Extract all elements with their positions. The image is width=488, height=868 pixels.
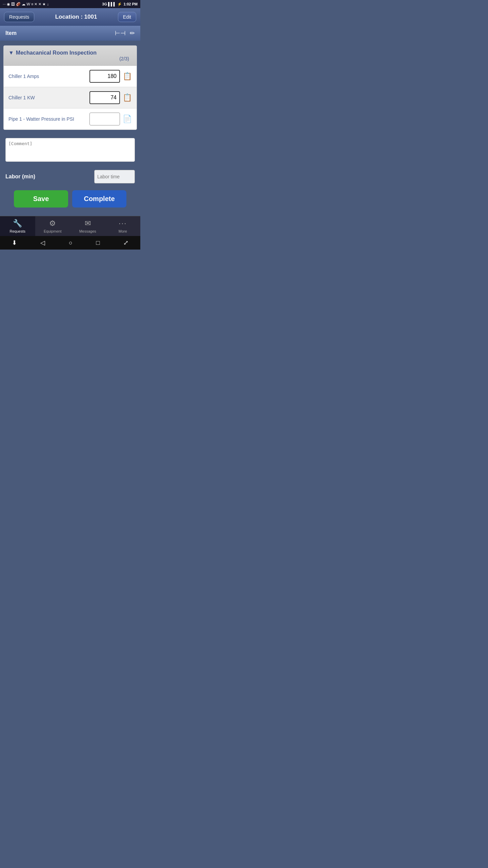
action-buttons: Save Complete <box>0 187 140 211</box>
labor-label: Labor (min) <box>5 174 90 180</box>
status-left: ··· ◉ 🖼 🏈 ☁ W ≡ ✕ ✕ ★ ↓ <box>3 2 49 6</box>
section-icons: ⊢⊣ ✏ <box>115 29 135 37</box>
chiller-kw-input[interactable] <box>89 91 120 104</box>
inspection-row: Pipe 1 - Watter Pressure in PSI 📄 <box>4 108 137 130</box>
edit-button[interactable]: Edit <box>118 12 136 22</box>
row-input-wrap: 📄 <box>89 113 132 125</box>
system-nav-bar: ⬇ ◁ ○ □ ⤢ <box>0 236 140 250</box>
inspection-title: ▼ Mechacanical Room Inspection <box>8 50 132 56</box>
row-label-chiller-kw: Chiller 1 KW <box>8 95 89 100</box>
bottom-tab-bar: 🔧 Requests ⚙ Equipment ✉ Messages ··· Mo… <box>0 216 140 236</box>
comment-section <box>0 135 140 166</box>
tab-requests[interactable]: 🔧 Requests <box>0 216 35 236</box>
inspection-row: Chiller 1 Amps 📋 <box>4 66 137 87</box>
back-nav-icon[interactable]: ◁ <box>40 239 45 246</box>
mail-icon: ✉ <box>85 219 91 228</box>
spacer <box>0 211 140 216</box>
nav-title: Location : 1001 <box>55 14 97 20</box>
signal-icon: 3G ▌▌▌ <box>102 2 116 6</box>
inspection-row: Chiller 1 KW 📋 <box>4 87 137 108</box>
tools-icon: 🔧 <box>13 219 22 228</box>
labor-time-input[interactable] <box>94 170 135 183</box>
row-input-wrap: 📋 <box>89 70 132 83</box>
comment-input[interactable] <box>5 138 135 162</box>
save-button[interactable]: Save <box>14 190 68 208</box>
tab-more[interactable]: ··· More <box>105 216 141 236</box>
edit-icon[interactable]: ✏ <box>130 29 135 37</box>
gear-icon: ⚙ <box>49 219 56 228</box>
battery-icon: ⚡ <box>117 2 122 6</box>
time-display: 1:02 PM <box>123 2 138 6</box>
collapse-icon[interactable]: ▼ <box>8 50 14 56</box>
row-label-pipe-pressure: Pipe 1 - Watter Pressure in PSI <box>8 116 89 122</box>
doc-icon-green-2[interactable]: 📋 <box>123 93 132 102</box>
status-right: 3G ▌▌▌ ⚡ 1:02 PM <box>102 2 138 6</box>
doc-icon-gray[interactable]: 📄 <box>123 115 132 123</box>
tab-equipment[interactable]: ⚙ Equipment <box>35 216 70 236</box>
labor-section: Labor (min) <box>0 166 140 187</box>
inspection-card: ▼ Mechacanical Room Inspection (2/3) Chi… <box>3 45 137 130</box>
complete-button[interactable]: Complete <box>72 190 126 208</box>
row-label-chiller-amps: Chiller 1 Amps <box>8 74 89 79</box>
more-icon: ··· <box>119 219 127 228</box>
status-bar: ··· ◉ 🖼 🏈 ☁ W ≡ ✕ ✕ ★ ↓ 3G ▌▌▌ ⚡ 1:02 PM <box>0 0 140 8</box>
back-button[interactable]: Requests <box>4 12 34 22</box>
top-nav: Requests Location : 1001 Edit <box>0 8 140 26</box>
download-nav-icon[interactable]: ⬇ <box>12 239 17 246</box>
status-icons: ··· ◉ 🖼 🏈 ☁ W ≡ ✕ ✕ ★ ↓ <box>3 2 49 6</box>
pipe-pressure-input[interactable] <box>89 113 120 125</box>
inspection-header: ▼ Mechacanical Room Inspection (2/3) <box>4 46 137 66</box>
section-header: Item ⊢⊣ ✏ <box>0 26 140 41</box>
tab-messages[interactable]: ✉ Messages <box>70 216 105 236</box>
row-input-wrap: 📋 <box>89 91 132 104</box>
inspection-count: (2/3) <box>8 56 132 61</box>
section-title: Item <box>5 30 17 36</box>
home-nav-icon[interactable]: ○ <box>69 239 73 246</box>
chiller-amps-input[interactable] <box>89 70 120 83</box>
resize-icon[interactable]: ⊢⊣ <box>115 29 126 37</box>
recent-nav-icon[interactable]: □ <box>96 239 100 246</box>
doc-icon-green-1[interactable]: 📋 <box>123 72 132 81</box>
fullscreen-nav-icon[interactable]: ⤢ <box>123 239 128 246</box>
